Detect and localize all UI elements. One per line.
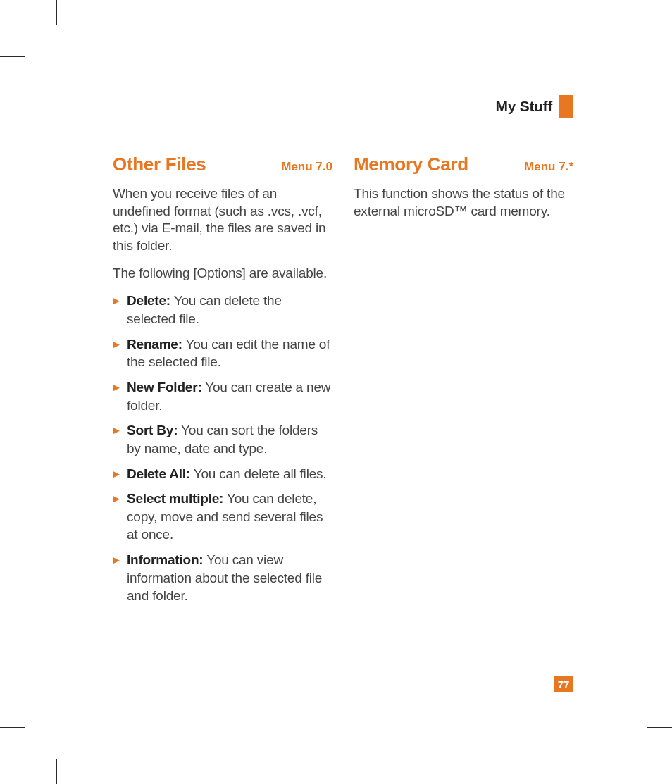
section-menu-ref: Menu 7.0	[281, 160, 332, 174]
options-intro: The following [Options] are available.	[113, 265, 332, 282]
header-title: My Stuff	[496, 98, 552, 115]
option-item: ▶Delete All: You can delete all files.	[113, 465, 332, 483]
crop-mark	[647, 727, 672, 728]
option-item: ▶Rename: You can edit the name of the se…	[113, 335, 332, 371]
crop-mark	[56, 0, 57, 25]
crop-mark	[56, 759, 57, 784]
section-heading: Memory Card Menu 7.*	[354, 154, 573, 175]
option-item: ▶Select multiple: You can delete, copy, …	[113, 490, 332, 544]
option-label: Rename:	[127, 337, 182, 351]
option-label: Delete:	[127, 293, 170, 308]
page-number-value: 77	[558, 678, 570, 690]
section-heading: Other Files Menu 7.0	[113, 154, 332, 175]
section-title-other-files: Other Files	[113, 154, 206, 175]
page-number: 77	[554, 676, 573, 692]
intro-paragraph: When you receive files of an undefined f…	[113, 185, 332, 255]
option-item: ▶Sort By: You can sort the folders by na…	[113, 421, 332, 457]
page-header: My Stuff	[496, 95, 573, 118]
content-area: Other Files Menu 7.0 When you receive fi…	[113, 154, 573, 612]
triangle-bullet-icon: ▶	[113, 554, 120, 566]
triangle-bullet-icon: ▶	[113, 424, 120, 437]
option-label: Delete All:	[127, 466, 190, 481]
intro-paragraph: This function shows the status of the ex…	[354, 185, 573, 220]
option-item: ▶Delete: You can delete the selected fil…	[113, 292, 332, 328]
option-description: You can delete all files.	[190, 466, 326, 481]
crop-mark	[0, 727, 25, 728]
section-menu-ref: Menu 7.*	[524, 160, 573, 174]
crop-mark	[0, 56, 25, 57]
option-label: New Folder:	[127, 380, 202, 394]
right-column: Memory Card Menu 7.* This function shows…	[354, 154, 573, 612]
section-title-memory-card: Memory Card	[354, 154, 468, 175]
triangle-bullet-icon: ▶	[113, 492, 120, 505]
option-item: ▶Information: You can view information a…	[113, 551, 332, 605]
options-list: ▶Delete: You can delete the selected fil…	[113, 292, 332, 605]
triangle-bullet-icon: ▶	[113, 338, 120, 351]
header-accent-block	[559, 95, 573, 118]
option-label: Sort By:	[127, 423, 178, 437]
option-label: Select multiple:	[127, 491, 223, 506]
triangle-bullet-icon: ▶	[113, 468, 120, 480]
option-item: ▶New Folder: You can create a new folder…	[113, 378, 332, 414]
left-column: Other Files Menu 7.0 When you receive fi…	[113, 154, 332, 612]
option-label: Information:	[127, 552, 203, 567]
triangle-bullet-icon: ▶	[113, 381, 120, 394]
triangle-bullet-icon: ▶	[113, 294, 120, 307]
